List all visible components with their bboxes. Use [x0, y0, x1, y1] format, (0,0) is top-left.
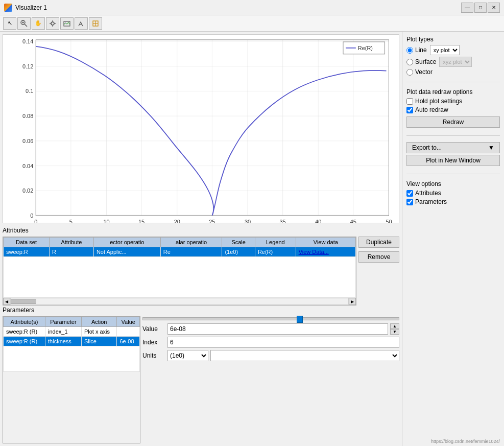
duplicate-button[interactable]: Duplicate — [358, 237, 399, 248]
attributes-side-buttons: Duplicate Remove — [358, 237, 399, 306]
title-bar: Visualizer 1 — □ ✕ — [0, 0, 504, 15]
svg-point-4 — [51, 22, 54, 25]
scrollbar-thumb[interactable] — [11, 299, 36, 304]
attributes-view-checkbox[interactable] — [406, 190, 413, 197]
col-attribute: Attribute — [49, 238, 93, 247]
parameters-view-checkbox[interactable] — [406, 199, 413, 205]
maximize-button[interactable]: □ — [474, 3, 487, 13]
svg-text:15: 15 — [138, 219, 145, 223]
slider-thumb[interactable] — [297, 316, 303, 323]
xy-plot-dropdown[interactable]: xy plot — [430, 45, 460, 55]
svg-text:35: 35 — [280, 219, 286, 223]
redraw-options-section: Plot data redraw options Hold plot setti… — [406, 88, 500, 129]
cell-viewdata[interactable]: View Data... — [296, 247, 355, 257]
svg-text:0: 0 — [30, 213, 33, 219]
index-input[interactable] — [167, 337, 399, 348]
units-row: Units (1e0) (1e3) (1e6) — [142, 350, 399, 361]
radio-surface[interactable] — [406, 59, 413, 65]
value-arrows: ▲ ▼ — [390, 323, 399, 335]
svg-text:20: 20 — [174, 219, 180, 223]
redraw-checkbox-group: Hold plot settings Auto redraw — [406, 98, 500, 113]
parameters-table: Attribute(s) Parameter Action Value swee… — [3, 317, 140, 372]
cell-vector-op: Not Applic... — [93, 247, 160, 257]
tool6-button[interactable] — [89, 17, 102, 30]
window-title: Visualizer 1 — [15, 4, 47, 11]
plot-types-section: Plot types Line xy plot Surface xyz plot — [406, 36, 500, 76]
cell-scale: (1e0) — [222, 247, 255, 257]
toolbar: ↖ ✋ — [0, 15, 504, 32]
auto-redraw-checkbox[interactable] — [406, 107, 413, 113]
pointer-tool-button[interactable]: ↖ — [3, 17, 16, 30]
value-up-arrow[interactable]: ▲ — [390, 323, 399, 329]
scroll-right-arrow[interactable]: ▶ — [349, 298, 356, 305]
horizontal-scrollbar[interactable] — [10, 298, 349, 305]
attributes-table-container: Data set Attribute ector operatio alar o… — [3, 237, 356, 306]
pcol-attribute: Attribute(s) — [4, 317, 45, 327]
title-bar-controls: — □ ✕ — [461, 3, 500, 13]
svg-text:0.04: 0.04 — [22, 163, 33, 169]
svg-text:0: 0 — [34, 219, 37, 223]
p-action-1: Plot x axis — [81, 327, 117, 337]
svg-text:0.08: 0.08 — [22, 113, 33, 119]
matlab-logo — [4, 4, 12, 12]
redraw-button[interactable]: Redraw — [406, 116, 500, 128]
params-row-empty — [4, 346, 140, 372]
attributes-label: Attributes — [3, 227, 29, 234]
radio-vector[interactable] — [406, 69, 413, 76]
export-button[interactable]: Export to... ▼ — [406, 142, 500, 153]
radio-vector-label: Vector — [415, 68, 433, 76]
attributes-table: Data set Attribute ector operatio alar o… — [3, 237, 356, 298]
close-button[interactable]: ✕ — [488, 3, 500, 13]
svg-text:25: 25 — [209, 219, 215, 223]
units-dropdown-1[interactable]: (1e0) (1e3) (1e6) — [167, 350, 208, 361]
p-attr-1: sweep:R (R) — [4, 327, 45, 337]
p-attr-2: sweep:R (R) — [4, 337, 45, 346]
scroll-left-arrow[interactable]: ◀ — [3, 298, 10, 305]
title-bar-left: Visualizer 1 — [4, 4, 47, 12]
col-scalar-op: alar operatio — [160, 238, 222, 247]
params-row-1[interactable]: sweep:R (R) index_1 Plot x axis — [4, 327, 140, 337]
svg-text:50: 50 — [386, 219, 392, 223]
insert-image-button[interactable] — [60, 17, 74, 30]
minimize-button[interactable]: — — [461, 3, 473, 13]
export-label: Export to... — [412, 144, 442, 151]
slider-track[interactable] — [142, 317, 399, 320]
pcol-action: Action — [81, 317, 117, 327]
col-legend: Legend — [255, 238, 296, 247]
plot-new-window-button[interactable]: Plot in New Window — [406, 155, 500, 166]
units-dropdown-2[interactable] — [210, 350, 399, 361]
left-panel: 0 0.02 0.04 0.06 0.08 0.1 0.12 0.14 0 5 … — [0, 32, 402, 446]
main-layout: 0 0.02 0.04 0.06 0.08 0.1 0.12 0.14 0 5 … — [0, 32, 504, 446]
auto-redraw-label: Auto redraw — [415, 106, 448, 113]
value-input[interactable] — [167, 323, 388, 335]
slider-container — [142, 316, 399, 321]
plot-area: 0 0.02 0.04 0.06 0.08 0.1 0.12 0.14 0 5 … — [3, 34, 399, 223]
plot-canvas[interactable]: 0 0.02 0.04 0.06 0.08 0.1 0.12 0.14 0 5 … — [3, 35, 399, 223]
svg-text:Re(R): Re(R) — [358, 45, 373, 51]
table-row[interactable]: sweep:R R Not Applic... Re (1e0) Re(R) V… — [4, 247, 356, 257]
hold-plot-checkbox[interactable] — [406, 98, 413, 105]
xyz-plot-dropdown[interactable]: xyz plot — [439, 57, 472, 67]
attributes-layout: Data set Attribute ector operatio alar o… — [3, 237, 399, 306]
attributes-view-row: Attributes — [406, 190, 500, 197]
radio-surface-label: Surface — [415, 58, 436, 65]
parameters-view-row: Parameters — [406, 198, 500, 205]
svg-text:0.02: 0.02 — [22, 187, 33, 194]
view-options-title: View options — [406, 180, 500, 187]
params-row-2[interactable]: sweep:R (R) thickness Slice 6e-08 — [4, 337, 140, 346]
value-down-arrow[interactable]: ▼ — [390, 329, 399, 335]
tool5-button[interactable] — [75, 17, 88, 30]
svg-text:5: 5 — [69, 219, 73, 223]
svg-line-1 — [25, 24, 27, 27]
svg-text:0.06: 0.06 — [22, 138, 33, 144]
pan-tool-button[interactable]: ✋ — [32, 17, 45, 30]
radio-line[interactable] — [406, 47, 413, 54]
index-row: Index — [142, 337, 399, 348]
plot-type-radio-group: Line xy plot Surface xyz plot Vector — [406, 45, 500, 76]
right-panel: Plot types Line xy plot Surface xyz plot — [402, 32, 504, 446]
parameters-layout: Attribute(s) Parameter Action Value swee… — [3, 316, 399, 443]
data-cursor-button[interactable] — [46, 17, 59, 30]
watermark: https://blog.csdn.net/femmie1024/ — [431, 439, 500, 444]
zoom-in-tool-button[interactable] — [17, 17, 31, 30]
remove-button[interactable]: Remove — [358, 251, 399, 263]
